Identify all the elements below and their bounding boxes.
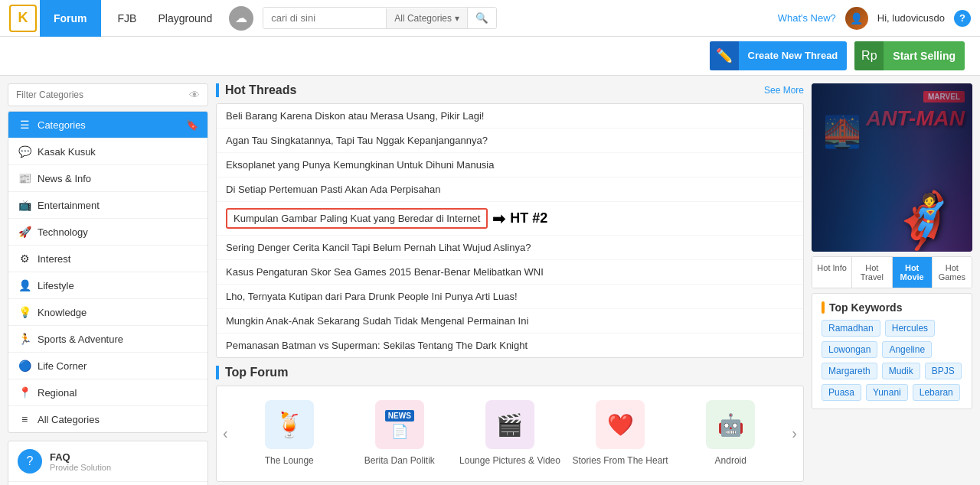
news-icon: 📰 bbox=[18, 172, 31, 184]
sidebar-item-lifestyle[interactable]: 👤 Lifestyle bbox=[8, 272, 207, 299]
keyword-tag[interactable]: BPJS bbox=[925, 363, 962, 379]
forum-icon-stories: ❤️ bbox=[596, 400, 645, 449]
sidebar-item-kasak-kusuk[interactable]: 💬 Kasak Kusuk bbox=[8, 138, 207, 165]
playground-nav-item[interactable]: Playground bbox=[147, 0, 223, 37]
search-input[interactable] bbox=[263, 8, 386, 28]
list-item[interactable]: 🎬 Lounge Pictures & Video bbox=[455, 394, 565, 474]
tab-hot-movie[interactable]: Hot Movie bbox=[893, 257, 933, 288]
table-row[interactable]: Kumpulan Gambar Paling Kuat yang Beredar… bbox=[217, 202, 803, 236]
start-selling-button[interactable]: Rp Start Selling bbox=[854, 41, 965, 70]
keyword-tag[interactable]: Margareth bbox=[822, 363, 877, 379]
ht-badge: HT #2 bbox=[510, 210, 547, 226]
tab-hot-travel[interactable]: Hot Travel bbox=[852, 257, 892, 288]
list-item[interactable]: 🍹 The Lounge bbox=[234, 394, 345, 474]
keyword-tag[interactable]: Hercules bbox=[885, 320, 935, 337]
keyword-tag[interactable]: Ramadhan bbox=[822, 320, 880, 337]
chat-icon: 💬 bbox=[18, 145, 31, 158]
sidebar-item-label: Technology bbox=[38, 226, 88, 238]
list-item[interactable]: ❤️ Stories From The Heart bbox=[565, 394, 675, 474]
forum-item-label: Lounge Pictures & Video bbox=[459, 455, 560, 467]
faq-text: FAQ Provide Solution bbox=[50, 451, 111, 472]
fjb-nav-item[interactable]: FJB bbox=[107, 0, 148, 37]
cloud-icon[interactable]: ☁ bbox=[229, 6, 253, 31]
search-button[interactable]: 🔍 bbox=[467, 8, 496, 28]
sidebar: 👁 ☰ Categories 🔖 💬 Kasak Kusuk 📰 News & … bbox=[8, 83, 208, 485]
sidebar-item-technology[interactable]: 🚀 Technology bbox=[8, 219, 207, 246]
table-row[interactable]: Mungkin Anak-Anak Sekarang Sudah Tidak M… bbox=[217, 309, 803, 334]
carousel-next-button[interactable]: › bbox=[786, 425, 803, 442]
sidebar-item-all-categories[interactable]: ≡ All Categories bbox=[8, 406, 207, 432]
tab-hot-games[interactable]: Hot Games bbox=[933, 257, 972, 288]
carousel-prev-button[interactable]: ‹ bbox=[217, 425, 234, 442]
ant-man-figure: 🦸 bbox=[890, 189, 957, 252]
sidebar-item-news-info[interactable]: 📰 News & Info bbox=[8, 165, 207, 192]
sidebar-item-knowledge[interactable]: 💡 Knowledge bbox=[8, 299, 207, 326]
table-row[interactable]: Sering Denger Cerita Kancil Tapi Belum P… bbox=[217, 236, 803, 260]
forum-item-label: Android bbox=[715, 455, 746, 467]
filter-categories-input[interactable] bbox=[16, 90, 189, 100]
top-forum-header: Top Forum bbox=[216, 366, 804, 379]
sidebar-item-sports[interactable]: 🏃 Sports & Adventure bbox=[8, 326, 207, 353]
sidebar-menu: ☰ Categories 🔖 💬 Kasak Kusuk 📰 News & In… bbox=[8, 111, 208, 433]
help-icon[interactable]: ? bbox=[954, 10, 971, 27]
sidebar-item-label: Regional bbox=[38, 387, 77, 399]
tv-icon: 📺 bbox=[18, 199, 31, 211]
sidebar-item-label: Kasak Kusuk bbox=[38, 146, 96, 158]
search-category-dropdown[interactable]: All Categories ▾ bbox=[386, 8, 467, 28]
table-row[interactable]: Eksoplanet yang Punya Kemungkinan Untuk … bbox=[217, 153, 803, 177]
list-item[interactable]: 🤖 Android bbox=[675, 394, 786, 474]
forum-item-label: The Lounge bbox=[265, 455, 314, 467]
keyword-tag[interactable]: Lebaran bbox=[913, 384, 960, 401]
sidebar-item-life-corner[interactable]: 🔵 Life Corner bbox=[8, 353, 207, 379]
keyword-tag[interactable]: Yunani bbox=[866, 384, 908, 401]
sidebar-item-label: Entertainment bbox=[38, 200, 100, 211]
sidebar-item-label: Sports & Adventure bbox=[38, 334, 123, 345]
forum-icon-android: 🤖 bbox=[706, 400, 755, 449]
see-more-link[interactable]: See More bbox=[764, 85, 804, 96]
sidebar-item-label: Categories bbox=[38, 119, 86, 131]
sidebar-item-help-center[interactable]: i Help Center Tips & Tutorials bbox=[8, 482, 207, 485]
top-keywords-title: Top Keywords bbox=[822, 301, 962, 314]
keyword-tag[interactable]: Mudik bbox=[882, 363, 920, 379]
table-row[interactable]: Lho, Ternyata Kutipan dari Para Drunk Pe… bbox=[217, 285, 803, 309]
tab-hot-info[interactable]: Hot Info bbox=[812, 257, 852, 288]
keyword-tag[interactable]: Puasa bbox=[822, 384, 861, 401]
carousel-items: 🍹 The Lounge NEWS 📄 Berita Dan Politik 🎬… bbox=[234, 394, 786, 474]
sidebar-item-interest[interactable]: ⚙ Interest bbox=[8, 246, 207, 272]
sidebar-item-label: All Categories bbox=[38, 414, 100, 425]
table-row[interactable]: Pemanasan Batman vs Superman: Sekilas Te… bbox=[217, 334, 803, 357]
movie-banner-content: MARVEL ANT-MAN 🦸 🌉 bbox=[812, 83, 972, 252]
keyword-tag[interactable]: Angeline bbox=[882, 341, 932, 358]
table-row[interactable]: Beli Barang Karena Diskon atau Merasa Us… bbox=[217, 104, 803, 129]
eye-icon: 👁 bbox=[189, 89, 200, 101]
sidebar-item-regional[interactable]: 📍 Regional bbox=[8, 379, 207, 406]
sidebar-item-label: News & Info bbox=[38, 173, 91, 184]
list-item[interactable]: NEWS 📄 Berita Dan Politik bbox=[345, 394, 455, 474]
menu-icon: ☰ bbox=[18, 119, 31, 131]
right-sidebar: MARVEL ANT-MAN 🦸 🌉 Hot Info Hot Travel H… bbox=[812, 83, 972, 485]
table-row[interactable]: Agan Tau Singkatannya, Tapi Tau Nggak Ke… bbox=[217, 129, 803, 153]
sports-icon: 🏃 bbox=[18, 333, 31, 345]
rupiah-icon: Rp bbox=[854, 41, 884, 70]
table-row[interactable]: Di Setiap Pertemuan Pasti Akan Ada Perpi… bbox=[217, 177, 803, 202]
forum-nav-item[interactable]: Forum bbox=[40, 0, 101, 37]
regional-icon: 📍 bbox=[18, 386, 31, 399]
sidebar-item-label: Lifestyle bbox=[38, 280, 74, 291]
top-navigation: K Forum FJB Playground ☁ All Categories … bbox=[0, 0, 980, 37]
pencil-icon: ✏️ bbox=[710, 41, 739, 70]
forum-item-label: Stories From The Heart bbox=[573, 455, 668, 467]
search-bar: All Categories ▾ 🔍 bbox=[263, 7, 497, 29]
bookmark-icon: 🔖 bbox=[186, 119, 198, 131]
site-logo[interactable]: K bbox=[9, 5, 37, 32]
forum-icon-news: NEWS 📄 bbox=[375, 400, 424, 449]
movie-banner[interactable]: MARVEL ANT-MAN 🦸 🌉 bbox=[812, 83, 972, 252]
sidebar-item-entertainment[interactable]: 📺 Entertainment bbox=[8, 192, 207, 219]
hot-threads-list: Beli Barang Karena Diskon atau Merasa Us… bbox=[216, 103, 804, 358]
sidebar-item-categories[interactable]: ☰ Categories 🔖 bbox=[8, 112, 207, 138]
whats-new-link[interactable]: What's New? bbox=[778, 12, 836, 24]
sidebar-item-faq[interactable]: ? FAQ Provide Solution bbox=[8, 441, 207, 482]
create-new-thread-button[interactable]: ✏️ Create New Thread bbox=[710, 41, 848, 70]
keyword-tag[interactable]: Lowongan bbox=[822, 341, 877, 358]
table-row[interactable]: Kasus Pengaturan Skor Sea Games 2015 Ben… bbox=[217, 260, 803, 285]
highlighted-thread: Kumpulan Gambar Paling Kuat yang Beredar… bbox=[226, 208, 488, 229]
